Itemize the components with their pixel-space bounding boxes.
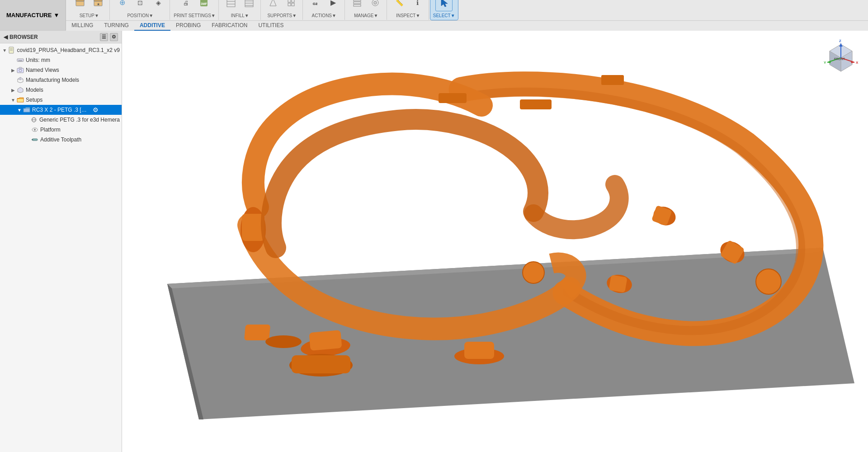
tree-expand-root[interactable]: ▼ xyxy=(2,48,8,53)
tree-expand-generic xyxy=(24,118,30,122)
browser-options-btn[interactable]: ☰ xyxy=(100,33,108,41)
tree-expand-setup1[interactable]: ▼ xyxy=(16,108,23,113)
infill-label: INFILL▼ xyxy=(231,13,249,18)
svg-marker-33 xyxy=(441,0,448,7)
setup-from-template-btn[interactable]: ★ xyxy=(90,0,107,11)
svg-text:Y: Y xyxy=(824,61,826,65)
tree-item-setups[interactable]: ▼ Setups xyxy=(0,95,122,105)
svg-rect-70 xyxy=(244,325,270,340)
manage2-btn[interactable]: ⚙ xyxy=(367,0,384,11)
tab-turning[interactable]: TURNING xyxy=(99,21,134,31)
infill2-btn[interactable] xyxy=(241,0,258,11)
infill-btn[interactable] xyxy=(222,0,240,11)
svg-rect-3 xyxy=(94,0,102,1)
svg-marker-18 xyxy=(270,0,276,6)
svg-text:🖨: 🖨 xyxy=(183,0,189,6)
svg-text:⊕: ⊕ xyxy=(119,0,125,6)
generic-petg-label: Generic PETG .3 for e3d Hemera xyxy=(39,117,120,123)
inspect-btn[interactable]: 📏 xyxy=(391,0,408,11)
print-settings-btn[interactable]: 🖨 xyxy=(177,0,194,11)
units-label: Units: mm xyxy=(26,57,50,63)
tab-probing[interactable]: PROBING xyxy=(170,21,206,31)
svg-rect-52 xyxy=(32,139,33,140)
svg-marker-45 xyxy=(18,87,23,93)
actions-simulate-btn[interactable]: ▶ xyxy=(325,0,342,11)
svg-rect-26 xyxy=(354,0,361,1)
auto-arrange-btn[interactable]: ⊕ xyxy=(113,0,131,11)
tree-item-generic-petg[interactable]: Generic PETG .3 for e3d Hemera xyxy=(0,115,122,125)
position-label: POSITION▼ xyxy=(127,13,153,18)
svg-rect-75 xyxy=(520,99,552,109)
setup-folder-icon xyxy=(23,106,31,114)
tab-additive[interactable]: ADDITIVE xyxy=(134,21,170,31)
supports-btn[interactable] xyxy=(264,0,282,11)
svg-rect-22 xyxy=(292,3,294,6)
setup1-label: RC3 X 2 - PETG .3 [Work offset-... xyxy=(32,107,91,113)
tree-item-named-views[interactable]: ▶ Named Views xyxy=(0,65,122,75)
tree-item-additive-toolpath[interactable]: Additive Toolpath xyxy=(0,135,122,145)
svg-text:⚙: ⚙ xyxy=(373,0,377,5)
tree-expand-setups[interactable]: ▼ xyxy=(10,98,16,103)
tab-milling[interactable]: MILLING xyxy=(66,21,99,31)
supports2-btn[interactable] xyxy=(283,0,300,11)
manage-group: ⚙ MANAGE▼ xyxy=(346,0,387,20)
manufacture-button[interactable]: MANUFACTURE ▼ xyxy=(0,0,66,30)
svg-text:X: X xyxy=(856,61,859,65)
manufacturing-models-label: Manufacturing Models xyxy=(26,77,79,83)
inspect-label: INSPECT▼ xyxy=(396,13,420,18)
position-group: ⊕ ⊡ ◈ POSITION▼ xyxy=(111,0,170,20)
root-label: covid19_PRUSA_Headband_RC3.1_x2 v9 xyxy=(17,47,120,53)
svg-rect-76 xyxy=(439,93,467,103)
svg-point-73 xyxy=(523,262,544,283)
browser-expand-arrow[interactable]: ◀ xyxy=(4,34,8,40)
tree-item-root[interactable]: ▼ covid19_PRUSA_Headband_RC3.1_x2 v9 xyxy=(0,45,122,55)
new-setup-btn[interactable] xyxy=(71,0,89,11)
tree-expand-named-views[interactable]: ▶ xyxy=(10,68,16,73)
svg-rect-41 xyxy=(19,67,22,69)
svg-text:Z: Z xyxy=(839,40,841,43)
tree-expand-models[interactable]: ▶ xyxy=(10,88,16,93)
manage-label: MANAGE▼ xyxy=(354,13,378,18)
3mf-btn[interactable]: 3MF xyxy=(195,0,212,11)
toolbar-icons-area: ★ SETUP▼ ⊕ ⊡ xyxy=(66,0,868,20)
svg-rect-1 xyxy=(76,0,84,1)
browser-settings-btn[interactable]: ⚙ xyxy=(110,33,118,41)
models-cube-icon xyxy=(16,86,24,94)
material-icon xyxy=(30,116,38,124)
tab-fabrication[interactable]: FABRICATION xyxy=(206,21,253,31)
inspect2-btn[interactable]: ℹ xyxy=(409,0,426,11)
orient-btn[interactable]: ◈ xyxy=(150,0,167,11)
setups-label: Setups xyxy=(26,97,42,103)
tab-utilities[interactable]: UTILITIES xyxy=(253,21,289,31)
main-toolbar: MANUFACTURE ▼ xyxy=(0,0,868,31)
platform-label: Platform xyxy=(40,127,61,133)
manage-btn[interactable] xyxy=(349,0,366,11)
svg-rect-74 xyxy=(601,75,624,85)
svg-rect-11 xyxy=(227,0,235,7)
setup1-settings-icon[interactable]: ⚙ xyxy=(93,106,99,113)
svg-text:G2: G2 xyxy=(312,2,317,6)
main-area: ◀ BROWSER ☰ ⚙ ▼ covid19_PRUSA_Headband_R… xyxy=(0,31,868,452)
select-btn[interactable] xyxy=(435,0,453,11)
supports-group: SUPPORTS▼ xyxy=(262,0,303,20)
viewport-3d[interactable]: X Y Z FRONT xyxy=(122,31,868,452)
tree-item-platform[interactable]: Platform xyxy=(0,125,122,135)
svg-rect-21 xyxy=(288,3,291,6)
tree-item-manufacturing-models[interactable]: Manufacturing Models xyxy=(0,75,122,85)
actions-gcode-btn[interactable]: G1G2 xyxy=(307,0,324,11)
toolpath-label: Additive Toolpath xyxy=(40,137,81,143)
axis-indicator: X Y Z FRONT xyxy=(823,40,859,76)
tree-expand-units xyxy=(10,58,16,63)
actions-group: G1G2 ▶ ACTIONS▼ xyxy=(304,0,345,20)
infill-group: INFILL▼ xyxy=(220,0,261,20)
tree-item-units[interactable]: mm Units: mm xyxy=(0,55,122,65)
models-label: Models xyxy=(26,87,43,93)
svg-rect-19 xyxy=(288,0,291,2)
svg-rect-69 xyxy=(292,355,350,373)
position-btn[interactable]: ⊡ xyxy=(132,0,149,11)
svg-rect-57 xyxy=(309,330,342,351)
eye-icon xyxy=(31,126,39,134)
svg-text:⊡: ⊡ xyxy=(137,0,143,6)
tree-item-setup1[interactable]: ▼ RC3 X 2 - PETG .3 [Work offset-... ⚙ xyxy=(0,105,122,115)
tree-item-models[interactable]: ▶ Models xyxy=(0,85,122,95)
